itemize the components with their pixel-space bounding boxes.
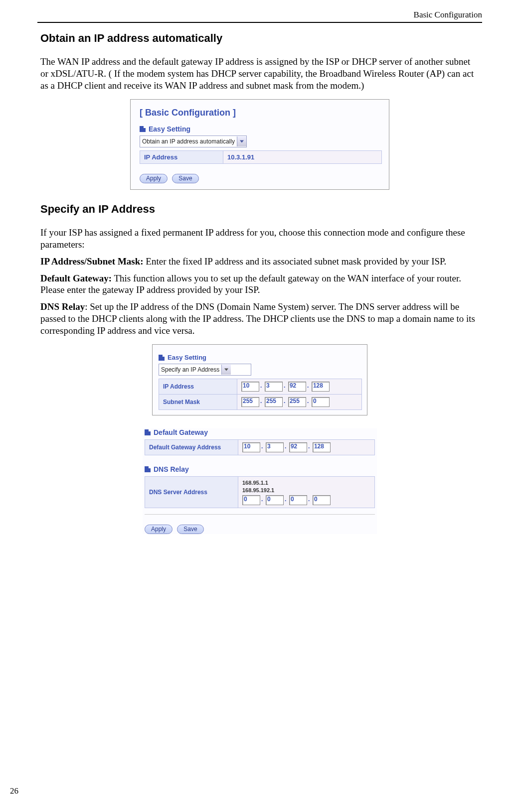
dns-oct-4[interactable]: 0 <box>313 495 331 505</box>
text-ipmask: Enter the fixed IP address and its assoc… <box>144 256 447 267</box>
mode-select-2[interactable]: Specify an IP Address <box>159 364 251 376</box>
page-number: 26 <box>10 786 18 796</box>
dns-oct-1[interactable]: 0 <box>242 495 260 505</box>
ip-key: IP Address <box>159 379 237 395</box>
header-section-name: Basic Configuration <box>37 10 482 22</box>
panel-title: [ Basic Configuration ] <box>140 108 382 118</box>
mask-key: Subnet Mask <box>159 395 237 410</box>
label-ipmask: IP Address/Subnet Mask: <box>40 256 144 267</box>
ip-oct-2[interactable]: 3 <box>265 382 283 392</box>
group-label-text: DNS Relay <box>154 465 189 473</box>
save-button[interactable]: Save <box>172 174 198 183</box>
heading-obtain-ip: Obtain an IP address automatically <box>40 32 479 45</box>
ip-oct-3[interactable]: 92 <box>288 382 306 392</box>
dns-known-1: 168.95.1.1 <box>242 479 370 486</box>
heading-specify-ip: Specify an IP Address <box>40 203 479 216</box>
mask-oct-4[interactable]: 0 <box>312 397 330 407</box>
bullet-icon <box>159 355 165 361</box>
caret-down-icon <box>221 365 231 375</box>
text-dns: : Set up the IP address of the DNS (Doma… <box>40 301 475 336</box>
gateway-key: Default Gateway Address <box>145 440 238 455</box>
group-default-gateway: Default Gateway <box>145 428 375 436</box>
group-dns-relay: DNS Relay <box>145 465 375 473</box>
bullet-icon <box>145 466 151 472</box>
label-dns: DNS Relay <box>40 301 85 312</box>
dns-oct-2[interactable]: 0 <box>266 495 284 505</box>
group-label-text: Default Gateway <box>154 428 208 436</box>
dns-table: DNS Server Address 168.95.1.1 168.95.192… <box>145 476 375 508</box>
group-label-text: Easy Setting <box>168 354 206 361</box>
mask-oct-1[interactable]: 255 <box>241 397 259 407</box>
gateway-octets: 10. 3. 92. 128 <box>238 440 375 455</box>
ip-oct-1[interactable]: 10 <box>241 382 259 392</box>
group-easy-setting: Easy Setting <box>140 125 382 133</box>
screenshot-gateway-dns: Default Gateway Default Gateway Address … <box>143 428 377 534</box>
gw-oct-1[interactable]: 10 <box>242 442 260 452</box>
ip-row-key: IP Address <box>140 151 223 164</box>
mask-octets: 255. 255. 255. 0 <box>237 395 362 410</box>
ip-row-value: 10.3.1.91 <box>223 151 382 164</box>
group-label-text: Easy Setting <box>149 125 190 133</box>
mode-select[interactable]: Obtain an IP address automatically <box>140 135 247 147</box>
gw-oct-4[interactable]: 128 <box>313 442 331 452</box>
divider <box>145 514 375 515</box>
dns-cell: 168.95.1.1 168.95.192.1 0. 0. 0. 0 <box>238 477 375 508</box>
mask-oct-2[interactable]: 255 <box>265 397 283 407</box>
screenshot-easy-setting-specify: Easy Setting Specify an IP Address IP Ad… <box>152 344 367 415</box>
apply-button-2[interactable]: Apply <box>145 525 172 534</box>
apply-button[interactable]: Apply <box>140 174 168 183</box>
paragraph-specify-intro: If your ISP has assigned a fixed permane… <box>40 227 479 251</box>
paragraph-obtain-ip: The WAN IP address and the default gatew… <box>40 56 479 91</box>
ip-oct-4[interactable]: 128 <box>312 382 330 392</box>
dns-known-2: 168.95.192.1 <box>242 487 370 494</box>
gw-oct-3[interactable]: 92 <box>289 442 307 452</box>
bullet-icon <box>145 429 151 435</box>
ip-mask-table: IP Address 10. 3. 92. 128 Subnet Mask 25… <box>159 379 362 410</box>
label-gateway: Default Gateway: <box>40 273 112 283</box>
dns-key: DNS Server Address <box>145 477 238 508</box>
mask-oct-3[interactable]: 255 <box>288 397 306 407</box>
gw-oct-2[interactable]: 3 <box>266 442 284 452</box>
paragraph-dns: DNS Relay: Set up the IP address of the … <box>40 301 479 336</box>
header-rule <box>37 22 482 23</box>
paragraph-gateway: Default Gateway: This function allows yo… <box>40 272 479 296</box>
caret-down-icon <box>237 136 246 146</box>
ip-table: IP Address 10.3.1.91 <box>140 150 382 164</box>
mode-select-value-2: Specify an IP Address <box>161 366 219 373</box>
group-easy-setting-2: Easy Setting <box>159 354 362 361</box>
save-button-2[interactable]: Save <box>177 525 203 534</box>
ip-octets: 10. 3. 92. 128 <box>237 379 362 395</box>
bullet-icon <box>140 126 146 132</box>
screenshot-basic-config-auto: [ Basic Configuration ] Easy Setting Obt… <box>130 99 389 190</box>
gateway-table: Default Gateway Address 10. 3. 92. 128 <box>145 439 375 455</box>
paragraph-ipmask: IP Address/Subnet Mask: Enter the fixed … <box>40 256 479 268</box>
dns-oct-3[interactable]: 0 <box>289 495 307 505</box>
mode-select-value: Obtain an IP address automatically <box>142 138 235 145</box>
